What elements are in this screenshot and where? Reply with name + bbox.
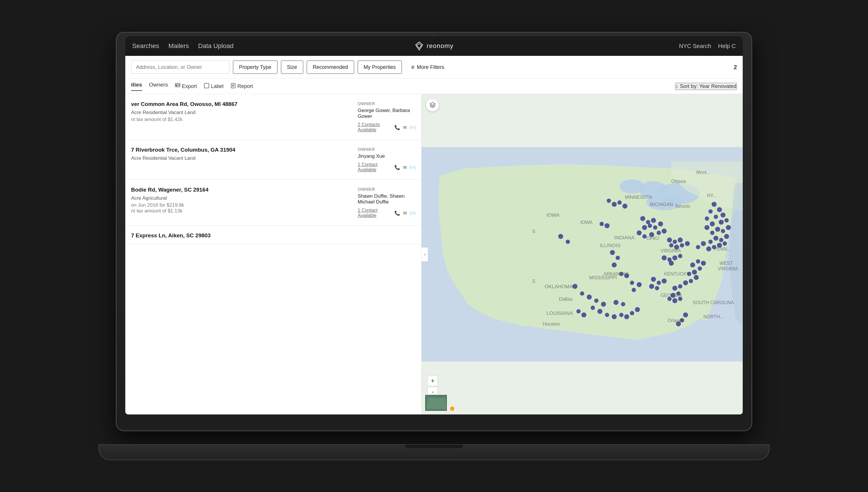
- svg-text:NORTH...: NORTH...: [704, 314, 724, 319]
- email-icon-3[interactable]: ✉: [403, 211, 407, 216]
- svg-text:MINNESOTA: MINNESOTA: [625, 195, 652, 200]
- sort-button[interactable]: ↕ Sort by: Year Renovated: [675, 83, 737, 90]
- svg-point-81: [672, 255, 677, 260]
- svg-point-68: [643, 234, 647, 239]
- svg-marker-11: [430, 102, 435, 105]
- recommended-button[interactable]: Recommended: [307, 60, 354, 74]
- tab-owners[interactable]: Owners: [149, 82, 168, 91]
- export-button[interactable]: Export: [175, 83, 197, 90]
- svg-point-105: [587, 295, 592, 299]
- list-item[interactable]: 7 Riverbrook Trce, Columbus, GA 31904 Ac…: [125, 140, 421, 180]
- svg-point-27: [721, 229, 725, 233]
- email-icon-1[interactable]: ✉: [403, 125, 407, 130]
- nav-logo[interactable]: reonomy: [415, 41, 454, 51]
- phone-icon-1[interactable]: 📞: [394, 125, 400, 130]
- svg-text:Ottawa: Ottawa: [671, 178, 686, 184]
- tab-properties[interactable]: ities: [131, 82, 142, 91]
- svg-point-100: [630, 281, 634, 285]
- svg-text:Orlando: Orlando: [668, 318, 684, 323]
- laptop-hinge: [405, 445, 463, 448]
- svg-point-117: [621, 302, 626, 306]
- nav-nyc-search[interactable]: NYC Search: [679, 43, 711, 49]
- svg-point-15: [620, 179, 645, 194]
- svg-point-19: [709, 209, 713, 214]
- map-layers-button[interactable]: [426, 99, 439, 112]
- property-detail-3a: on Jun 2016 for $219.8k: [131, 202, 352, 208]
- svg-point-84: [651, 277, 656, 281]
- svg-point-103: [572, 284, 578, 289]
- svg-point-87: [655, 286, 659, 290]
- svg-text:MISSISSIPPI: MISSISSIPPI: [589, 275, 617, 280]
- svg-point-106: [594, 298, 598, 303]
- property-detail-1: nt tax amount of $1.42k: [131, 117, 352, 122]
- svg-point-108: [591, 305, 595, 310]
- svg-point-112: [619, 313, 623, 317]
- zoom-in-button[interactable]: +: [427, 376, 438, 386]
- email-icon-2[interactable]: ✉: [403, 165, 407, 170]
- svg-point-109: [597, 309, 603, 314]
- owner-name-2: Jinyang Xue: [358, 153, 415, 159]
- mail-icon-1[interactable]: ✉️: [410, 125, 415, 130]
- phone-icon-2[interactable]: 📞: [394, 165, 400, 170]
- svg-point-50: [678, 284, 683, 289]
- report-icon: [231, 83, 236, 90]
- list-item[interactable]: 7 Express Ln, Aiken, SC 29803: [125, 225, 421, 244]
- nav-searches[interactable]: Searches: [132, 42, 159, 50]
- size-button[interactable]: Size: [281, 60, 303, 74]
- svg-point-37: [706, 246, 711, 251]
- svg-rect-2: [175, 83, 180, 87]
- property-info-3: Bodie Rd, Wagener, SC 29164 Acre Agricul…: [131, 187, 352, 218]
- svg-point-93: [605, 223, 610, 228]
- screen-bezel: Searches Mailers Data Upload reonomy NYC…: [125, 36, 743, 414]
- svg-point-70: [657, 231, 661, 235]
- more-filters-label: More Filters: [417, 64, 444, 70]
- svg-point-63: [648, 223, 652, 228]
- more-filters-button[interactable]: ≡ More Filters: [407, 60, 449, 74]
- map-svg: IOWA ILLINOIS OHIO S IOWA ARKANSAS KENTU…: [422, 94, 743, 414]
- svg-point-75: [669, 243, 673, 247]
- svg-text:IOWA: IOWA: [580, 220, 592, 225]
- svg-rect-6: [204, 83, 209, 88]
- my-properties-button[interactable]: My Properties: [358, 60, 402, 74]
- svg-point-60: [640, 216, 645, 221]
- svg-point-34: [709, 240, 713, 244]
- property-address-3: Bodie Rd, Wagener, SC 29164: [131, 187, 352, 193]
- mail-icon-3[interactable]: ✉️: [410, 211, 415, 216]
- svg-text:VIRGINIA: VIRGINIA: [661, 248, 681, 253]
- phone-icon-3[interactable]: 📞: [394, 211, 400, 216]
- property-type-button[interactable]: Property Type: [233, 60, 278, 74]
- svg-text:OKLAHOMA: OKLAHOMA: [545, 284, 573, 289]
- nav-right: NYC Search Help C: [679, 43, 736, 49]
- svg-point-118: [558, 234, 563, 239]
- contacts-link-1[interactable]: 2 Contacts Available: [358, 122, 391, 132]
- svg-point-82: [678, 254, 683, 258]
- mail-icon-2[interactable]: ✉️: [410, 165, 415, 170]
- list-item[interactable]: Bodie Rd, Wagener, SC 29164 Acre Agricul…: [125, 180, 421, 225]
- svg-point-110: [605, 313, 609, 317]
- search-input[interactable]: [131, 60, 229, 74]
- nav-data-upload[interactable]: Data Upload: [198, 42, 233, 50]
- svg-point-72: [667, 238, 672, 243]
- svg-text:IOWA: IOWA: [546, 212, 560, 218]
- list-item[interactable]: ver Common Area Rd, Owosso, MI 48867 Acr…: [125, 94, 421, 140]
- report-button[interactable]: Report: [231, 83, 253, 90]
- svg-point-42: [696, 259, 700, 264]
- chevron-left-icon: ‹: [424, 252, 426, 257]
- owner-label-1: Owner: [358, 101, 415, 106]
- svg-point-94: [600, 222, 604, 226]
- label-button[interactable]: Label: [204, 83, 224, 90]
- svg-point-18: [717, 207, 722, 212]
- svg-text:Dallas: Dallas: [559, 296, 573, 302]
- contacts-link-3[interactable]: 1 Contact Available: [358, 208, 391, 218]
- contacts-link-2[interactable]: 1 Contact Available: [358, 162, 391, 172]
- laptop-shell: Searches Mailers Data Upload reonomy NYC…: [116, 32, 752, 460]
- nav-mailers[interactable]: Mailers: [169, 42, 189, 50]
- svg-point-121: [576, 309, 581, 314]
- map-collapse-button[interactable]: ‹: [422, 247, 428, 262]
- sort-label: Sort by: Year Renovated: [680, 83, 736, 90]
- svg-point-26: [726, 225, 731, 230]
- svg-text:VIRGINIA: VIRGINIA: [718, 266, 738, 271]
- sort-icon: ↕: [675, 83, 678, 90]
- svg-point-119: [566, 240, 570, 244]
- nav-help[interactable]: Help C: [718, 43, 736, 49]
